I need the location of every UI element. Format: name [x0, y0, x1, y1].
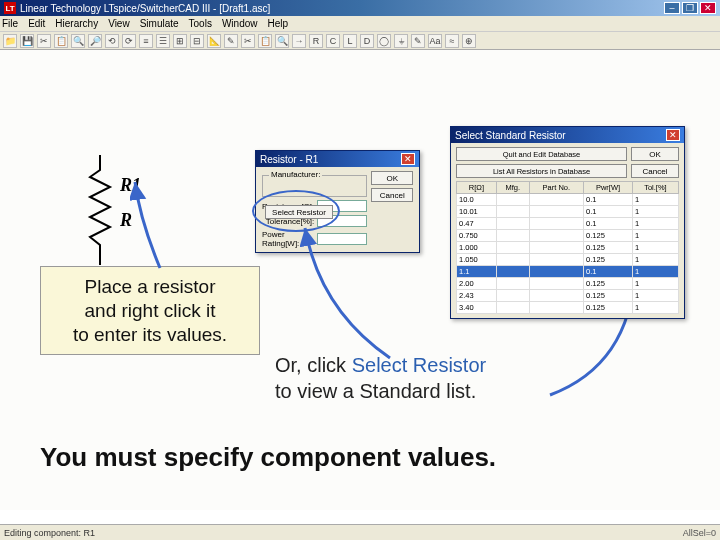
toolbar-button-2[interactable]: ✂: [37, 34, 51, 48]
callout1-line1: Place a resistor: [85, 276, 216, 297]
toolbar-button-1[interactable]: 💾: [20, 34, 34, 48]
table-cell: [496, 278, 529, 290]
app-icon: LT: [4, 2, 16, 14]
toolbar-button-11[interactable]: ⊟: [190, 34, 204, 48]
manufacturer-group-label: Manufacturer:: [269, 170, 322, 179]
callout2-line2: to view a Standard list.: [275, 380, 476, 402]
table-row[interactable]: 2.000.1251: [457, 278, 679, 290]
toolbar-button-15[interactable]: 📋: [258, 34, 272, 48]
toolbar-button-5[interactable]: 🔎: [88, 34, 102, 48]
standard-dialog-close-icon[interactable]: ✕: [666, 129, 680, 141]
table-row[interactable]: 0.7500.1251: [457, 230, 679, 242]
table-cell: [529, 290, 583, 302]
table-cell: 1: [632, 290, 678, 302]
menu-edit[interactable]: Edit: [28, 18, 45, 29]
table-cell: 0.125: [584, 242, 633, 254]
standard-dialog-title: Select Standard Resistor: [455, 130, 566, 141]
table-cell: [496, 266, 529, 278]
window-title: Linear Technology LTspice/SwitcherCAD II…: [20, 3, 270, 14]
table-header[interactable]: Pwr[W]: [584, 182, 633, 194]
table-cell: 3.40: [457, 302, 497, 314]
menu-window[interactable]: Window: [222, 18, 258, 29]
std-cancel-button[interactable]: Cancel: [631, 164, 679, 178]
menu-file[interactable]: File: [2, 18, 18, 29]
table-cell: [496, 254, 529, 266]
toolbar: 📁💾✂📋🔍🔎⟲⟳≡☰⊞⊟📐✎✂📋🔍→RCLD◯⏚✎Aa≈⊕: [0, 32, 720, 50]
maximize-button[interactable]: ❐: [682, 2, 698, 14]
toolbar-button-13[interactable]: ✎: [224, 34, 238, 48]
status-right: AllSel=0: [683, 528, 716, 538]
toolbar-button-23[interactable]: ⏚: [394, 34, 408, 48]
table-header[interactable]: Tol.[%]: [632, 182, 678, 194]
menu-view[interactable]: View: [108, 18, 130, 29]
table-cell: [496, 218, 529, 230]
table-cell: [496, 230, 529, 242]
toolbar-button-19[interactable]: C: [326, 34, 340, 48]
table-cell: 10.01: [457, 206, 497, 218]
quit-edit-db-button[interactable]: Quit and Edit Database: [456, 147, 627, 161]
ok-button[interactable]: OK: [371, 171, 413, 185]
table-row[interactable]: 10.00.11: [457, 194, 679, 206]
toolbar-button-25[interactable]: Aa: [428, 34, 442, 48]
table-cell: 0.750: [457, 230, 497, 242]
toolbar-button-4[interactable]: 🔍: [71, 34, 85, 48]
toolbar-button-8[interactable]: ≡: [139, 34, 153, 48]
toolbar-button-16[interactable]: 🔍: [275, 34, 289, 48]
toolbar-button-17[interactable]: →: [292, 34, 306, 48]
minimize-button[interactable]: –: [664, 2, 680, 14]
menu-tools[interactable]: Tools: [189, 18, 212, 29]
toolbar-button-26[interactable]: ≈: [445, 34, 459, 48]
resistor-dialog-close-icon[interactable]: ✕: [401, 153, 415, 165]
status-left: Editing component: R1: [4, 528, 95, 538]
menu-simulate[interactable]: Simulate: [140, 18, 179, 29]
table-row[interactable]: 1.0500.1251: [457, 254, 679, 266]
table-row[interactable]: 2.430.1251: [457, 290, 679, 302]
table-cell: 1.050: [457, 254, 497, 266]
toolbar-button-21[interactable]: D: [360, 34, 374, 48]
standard-resistor-table[interactable]: R[Ω]Mfg.Part No.Pwr[W]Tol.[%] 10.00.1110…: [456, 181, 679, 314]
table-cell: 1: [632, 194, 678, 206]
table-cell: 1: [632, 302, 678, 314]
power-input[interactable]: [317, 233, 367, 245]
toolbar-button-6[interactable]: ⟲: [105, 34, 119, 48]
table-cell: 0.125: [584, 278, 633, 290]
table-header[interactable]: Part No.: [529, 182, 583, 194]
table-cell: 0.1: [584, 206, 633, 218]
window-buttons: – ❐ ✕: [664, 2, 716, 14]
schematic-canvas[interactable]: R1 R Place a resistor and right click it…: [0, 50, 720, 510]
callout1-line3: to enter its values.: [73, 324, 227, 345]
table-cell: 1.000: [457, 242, 497, 254]
table-cell: [496, 302, 529, 314]
toolbar-button-14[interactable]: ✂: [241, 34, 255, 48]
table-row[interactable]: 3.400.1251: [457, 302, 679, 314]
toolbar-button-27[interactable]: ⊕: [462, 34, 476, 48]
table-cell: 0.125: [584, 230, 633, 242]
toolbar-button-22[interactable]: ◯: [377, 34, 391, 48]
table-cell: [529, 266, 583, 278]
table-row[interactable]: 1.10.11: [457, 266, 679, 278]
toolbar-button-0[interactable]: 📁: [3, 34, 17, 48]
table-header[interactable]: Mfg.: [496, 182, 529, 194]
cancel-button[interactable]: Cancel: [371, 188, 413, 202]
std-ok-button[interactable]: OK: [631, 147, 679, 161]
table-row[interactable]: 0.470.11: [457, 218, 679, 230]
menu-hierarchy[interactable]: Hierarchy: [55, 18, 98, 29]
resistor-zigzag-icon: [80, 155, 120, 265]
table-cell: [529, 206, 583, 218]
toolbar-button-7[interactable]: ⟳: [122, 34, 136, 48]
toolbar-button-12[interactable]: 📐: [207, 34, 221, 48]
table-row[interactable]: 10.010.11: [457, 206, 679, 218]
toolbar-button-3[interactable]: 📋: [54, 34, 68, 48]
toolbar-button-9[interactable]: ☰: [156, 34, 170, 48]
list-all-button[interactable]: List All Resistors in Database: [456, 164, 627, 178]
toolbar-button-20[interactable]: L: [343, 34, 357, 48]
close-button[interactable]: ✕: [700, 2, 716, 14]
table-row[interactable]: 1.0000.1251: [457, 242, 679, 254]
table-header[interactable]: R[Ω]: [457, 182, 497, 194]
toolbar-button-24[interactable]: ✎: [411, 34, 425, 48]
toolbar-button-18[interactable]: R: [309, 34, 323, 48]
table-cell: 0.125: [584, 290, 633, 302]
menu-help[interactable]: Help: [268, 18, 289, 29]
toolbar-button-10[interactable]: ⊞: [173, 34, 187, 48]
table-cell: 1: [632, 206, 678, 218]
